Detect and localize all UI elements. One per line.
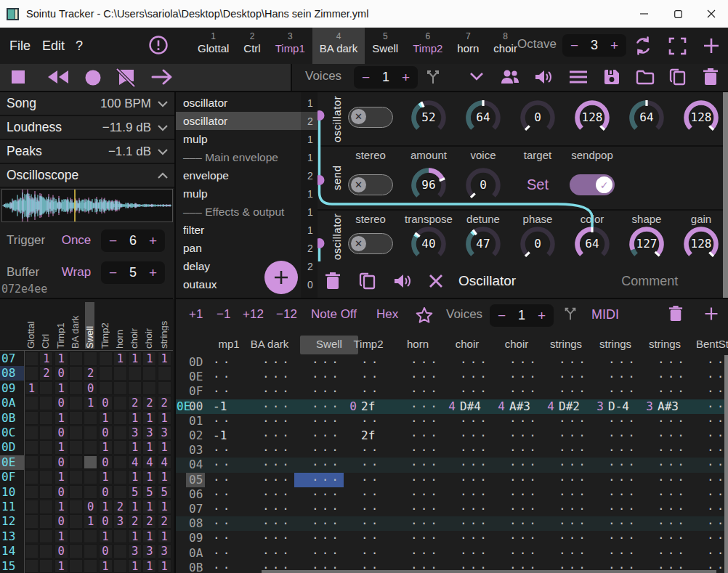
note-empty-cell[interactable]: ··· (262, 384, 292, 399)
panel-row-song[interactable]: Song 100 BPM (0, 92, 174, 116)
order-cell[interactable] (69, 529, 83, 544)
note-empty-cell[interactable]: ··· (559, 546, 589, 561)
note-empty-cell[interactable]: ··· (410, 473, 440, 487)
note-empty-cell[interactable]: ··· (559, 531, 589, 545)
note-empty-cell[interactable]: ··· (707, 531, 724, 545)
order-cell[interactable] (69, 396, 83, 410)
note-empty-cell[interactable]: ··· (608, 370, 638, 384)
note-empty-cell[interactable]: ··· (509, 546, 539, 561)
note-btn-note-off[interactable]: Note Off (311, 307, 357, 322)
order-cell[interactable]: 2 (39, 366, 53, 381)
note-empty-cell[interactable]: ··· (608, 546, 638, 561)
order-cell[interactable] (113, 440, 127, 455)
order-cell[interactable] (99, 381, 113, 396)
order-cell[interactable] (113, 485, 127, 500)
order-cell[interactable]: 1 (142, 559, 156, 573)
order-cell[interactable] (69, 440, 83, 455)
order-cell[interactable] (25, 366, 39, 381)
unit-item-filter[interactable]: filter 1 (176, 221, 319, 239)
note-value[interactable]: A#3 (658, 399, 679, 414)
unit-comment-input[interactable]: Comment (621, 274, 678, 289)
note-btn-−12[interactable]: −12 (276, 307, 297, 322)
note-empty-cell[interactable]: ··· (658, 502, 687, 516)
unit-item-mulp[interactable]: mulp 1 (176, 184, 319, 203)
note-empty-cell[interactable]: ··· (707, 384, 724, 399)
note-empty-cell[interactable]: ··· (312, 414, 341, 428)
order-cell[interactable] (39, 440, 53, 455)
knob-transpose[interactable]: 52 (409, 98, 448, 137)
note-empty-cell[interactable]: ··· (658, 443, 687, 458)
track-tab-timp2[interactable]: 6 Timp2 (405, 28, 450, 64)
note-value[interactable]: D#4 (460, 399, 481, 414)
note-empty-cell[interactable]: ··· (312, 458, 341, 472)
order-cell[interactable] (142, 366, 156, 381)
note-empty-cell[interactable]: ·· (213, 473, 232, 487)
order-cell[interactable]: 1 (158, 559, 171, 573)
order-col-header-timp2[interactable]: Timp2 (100, 302, 110, 349)
order-cell[interactable]: 0 (99, 396, 113, 410)
order-cell[interactable] (69, 514, 83, 529)
order-cell[interactable]: 2 (113, 500, 127, 514)
note-empty-cell[interactable]: ··· (509, 428, 539, 443)
note-split-icon[interactable] (562, 306, 578, 322)
order-cell[interactable] (113, 455, 127, 470)
loop-icon[interactable] (633, 36, 653, 56)
note-empty-cell[interactable]: ··· (608, 473, 638, 487)
buffer-plus-button[interactable]: + (149, 266, 157, 280)
note-empty-cell[interactable]: ··· (608, 502, 638, 516)
note-empty-cell[interactable]: ··· (707, 473, 724, 487)
note-empty-cell[interactable]: ··· (658, 458, 687, 472)
order-cell[interactable]: 0 (54, 485, 68, 500)
note-empty-cell[interactable]: ··· (559, 458, 589, 472)
note-empty-cell[interactable]: ··· (312, 531, 341, 545)
note-empty-cell[interactable]: ··· (707, 370, 724, 384)
order-cell[interactable]: 1 (128, 500, 142, 514)
speaker-icon[interactable] (534, 68, 553, 86)
knob-shape[interactable]: 127 (627, 224, 666, 264)
order-cell[interactable] (84, 529, 97, 544)
knob-detune[interactable]: 64 (464, 98, 503, 137)
toggle-stereo[interactable]: ✕ (348, 233, 393, 254)
note-empty-cell[interactable]: ··· (707, 414, 724, 428)
order-cell[interactable]: 2 (142, 514, 156, 529)
order-cell[interactable]: 4 (158, 455, 171, 470)
note-empty-cell[interactable]: ··· (608, 414, 638, 428)
note-empty-cell[interactable]: ··· (707, 428, 724, 443)
order-cell[interactable]: 1 (142, 440, 156, 455)
order-cell[interactable]: 2 (84, 366, 97, 381)
note-empty-cell[interactable]: ·· (213, 531, 232, 545)
note-empty-cell[interactable]: ·· (361, 516, 381, 531)
note-empty-cell[interactable]: ··· (509, 458, 539, 472)
toggle-sendpop[interactable]: ✓ (570, 174, 615, 195)
note-empty-cell[interactable]: ··· (707, 355, 724, 370)
note-empty-cell[interactable]: ··· (262, 516, 292, 531)
note-empty-cell[interactable]: ··· (658, 384, 687, 399)
note-empty-cell[interactable]: ··· (410, 355, 440, 370)
knob-shape[interactable]: 64 (627, 98, 666, 137)
note-empty-cell[interactable]: ·· (361, 443, 381, 458)
note-empty-cell[interactable]: ··· (509, 516, 539, 531)
note-empty-cell[interactable]: ··· (707, 502, 724, 516)
order-cell[interactable]: 1 (158, 470, 171, 484)
order-cell[interactable]: 2 (128, 396, 142, 410)
order-cell[interactable]: 3 (128, 426, 142, 440)
order-cell[interactable]: 0 (54, 426, 68, 440)
menu-file[interactable]: File (9, 36, 31, 55)
note-empty-cell[interactable]: ··· (658, 370, 687, 384)
order-cell[interactable]: 1 (128, 559, 142, 573)
order-cell[interactable] (84, 351, 97, 366)
note-track-header-timp2[interactable]: Timp2 (344, 336, 393, 354)
note-empty-cell[interactable]: ·· (361, 473, 381, 487)
order-cell[interactable] (69, 470, 83, 484)
note-empty-cell[interactable]: ··· (410, 502, 440, 516)
order-cell[interactable] (39, 544, 53, 558)
note-track-header-bentstr[interactable]: BentStr (689, 336, 728, 354)
order-cell[interactable] (113, 559, 127, 573)
note-empty-cell[interactable]: ·· (213, 487, 232, 502)
knob-amount[interactable]: 96 (409, 166, 448, 205)
unit-item-oscillator[interactable]: oscillator 2 (176, 112, 319, 130)
order-cell[interactable]: 1 (54, 351, 68, 366)
order-cell[interactable]: 1 (158, 411, 171, 426)
octave-minus-button[interactable]: − (570, 38, 578, 52)
note-empty-cell[interactable]: ·· (213, 384, 232, 399)
